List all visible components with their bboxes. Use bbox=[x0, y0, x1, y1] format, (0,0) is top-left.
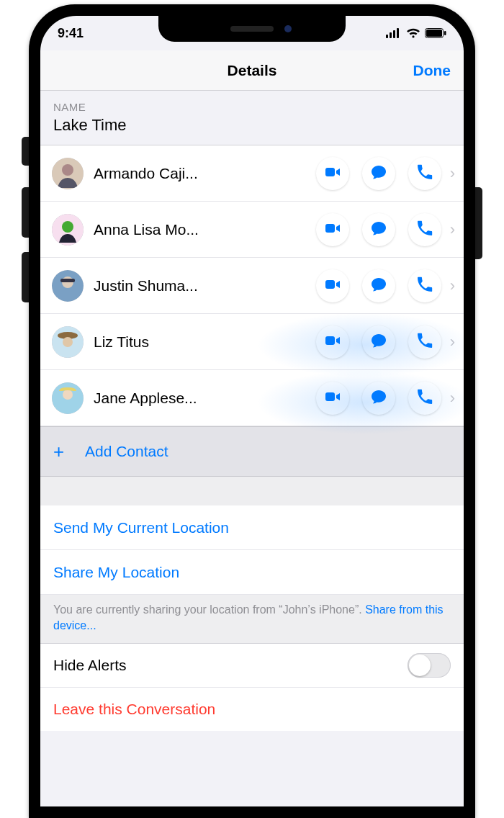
contact-row[interactable]: Armando Caji... › bbox=[40, 145, 464, 202]
contact-name: Anna Lisa Mo... bbox=[94, 221, 230, 238]
hide-alerts-row: Hide Alerts bbox=[40, 643, 464, 688]
contact-list: Armando Caji... › Anna Lisa Mo... bbox=[40, 145, 464, 426]
message-button[interactable] bbox=[362, 325, 395, 359]
add-contact-label: Add Contact bbox=[85, 443, 168, 460]
contact-row[interactable]: Jane Applese... › bbox=[40, 370, 464, 426]
phone-call-button[interactable] bbox=[408, 325, 441, 359]
video-icon bbox=[324, 332, 341, 352]
video-icon bbox=[324, 276, 341, 296]
battery-icon bbox=[425, 28, 446, 38]
contact-name: Armando Caji... bbox=[94, 165, 230, 182]
footnote-text: You are currently sharing your location … bbox=[53, 603, 365, 616]
phone-call-button[interactable] bbox=[408, 382, 441, 415]
leave-conversation-button[interactable]: Leave this Conversation bbox=[40, 688, 464, 731]
cellular-signal-icon bbox=[386, 28, 402, 38]
phone-call-button[interactable] bbox=[408, 269, 441, 302]
svg-rect-15 bbox=[60, 279, 75, 282]
video-call-button[interactable] bbox=[316, 382, 349, 415]
avatar bbox=[52, 270, 84, 302]
contact-name: Jane Applese... bbox=[94, 390, 230, 407]
svg-rect-16 bbox=[325, 280, 335, 289]
message-button[interactable] bbox=[362, 157, 395, 190]
contact-name: Justin Shuma... bbox=[94, 277, 230, 295]
svg-rect-0 bbox=[386, 35, 388, 38]
device-frame: 9:41 Details Done NAME Lake Time bbox=[29, 4, 475, 818]
wifi-icon bbox=[406, 28, 420, 38]
hide-alerts-toggle[interactable] bbox=[408, 653, 451, 678]
video-call-button[interactable] bbox=[316, 269, 349, 302]
chevron-right-icon: › bbox=[450, 164, 455, 183]
device-volume-down bbox=[22, 252, 29, 302]
avatar bbox=[52, 382, 84, 414]
phone-icon bbox=[416, 332, 433, 352]
contact-name: Liz Titus bbox=[94, 333, 230, 351]
svg-point-11 bbox=[62, 221, 73, 233]
avatar bbox=[52, 214, 84, 246]
hide-alerts-label: Hide Alerts bbox=[53, 657, 127, 674]
group-name-value[interactable]: Lake Time bbox=[40, 116, 464, 145]
status-time: 9:41 bbox=[58, 26, 84, 41]
location-footnote: You are currently sharing your location … bbox=[40, 595, 464, 643]
screen: 9:41 Details Done NAME Lake Time bbox=[40, 16, 464, 806]
nav-bar: Details Done bbox=[40, 50, 464, 91]
message-icon bbox=[370, 163, 387, 184]
chevron-right-icon: › bbox=[450, 389, 455, 408]
phone-icon bbox=[416, 220, 433, 240]
video-call-button[interactable] bbox=[316, 157, 349, 190]
chevron-right-icon: › bbox=[450, 220, 455, 239]
svg-rect-1 bbox=[390, 32, 392, 38]
nav-title: Details bbox=[228, 62, 277, 79]
toggle-knob bbox=[409, 655, 431, 676]
phone-icon bbox=[416, 163, 433, 184]
done-button[interactable]: Done bbox=[413, 62, 451, 79]
phone-call-button[interactable] bbox=[408, 157, 441, 190]
section-gap bbox=[40, 477, 464, 505]
share-location-button[interactable]: Share My Location bbox=[40, 550, 464, 595]
device-power-button bbox=[475, 187, 482, 259]
phone-icon bbox=[416, 388, 433, 408]
svg-rect-20 bbox=[325, 336, 335, 345]
avatar bbox=[52, 326, 84, 358]
svg-rect-9 bbox=[325, 168, 335, 176]
video-call-button[interactable] bbox=[316, 213, 349, 246]
message-icon bbox=[370, 220, 387, 240]
phone-call-button[interactable] bbox=[408, 213, 441, 246]
contact-row[interactable]: Liz Titus › bbox=[40, 314, 464, 370]
device-volume-up bbox=[22, 187, 29, 238]
avatar bbox=[52, 158, 84, 189]
video-icon bbox=[324, 388, 341, 408]
message-icon bbox=[370, 388, 387, 408]
contact-row[interactable]: Justin Shuma... › bbox=[40, 258, 464, 314]
contact-row[interactable]: Anna Lisa Mo... › bbox=[40, 202, 464, 258]
svg-rect-2 bbox=[393, 30, 395, 38]
message-icon bbox=[370, 276, 387, 296]
svg-rect-6 bbox=[444, 31, 446, 35]
device-notch bbox=[158, 16, 346, 42]
message-button[interactable] bbox=[362, 213, 395, 246]
device-mute-switch bbox=[22, 137, 29, 166]
svg-point-22 bbox=[63, 390, 73, 400]
message-button[interactable] bbox=[362, 269, 395, 302]
chevron-right-icon: › bbox=[450, 277, 455, 295]
send-location-button[interactable]: Send My Current Location bbox=[40, 505, 464, 550]
video-icon bbox=[324, 220, 341, 240]
svg-point-19 bbox=[63, 337, 73, 347]
plus-icon: + bbox=[53, 441, 73, 463]
phone-icon bbox=[416, 276, 433, 296]
message-button[interactable] bbox=[362, 382, 395, 415]
name-section-header: NAME bbox=[40, 91, 464, 116]
svg-point-8 bbox=[62, 164, 73, 176]
video-icon bbox=[324, 163, 341, 184]
svg-rect-5 bbox=[426, 30, 442, 37]
chevron-right-icon: › bbox=[450, 333, 455, 351]
svg-rect-12 bbox=[325, 224, 335, 233]
svg-rect-23 bbox=[325, 392, 335, 401]
svg-rect-3 bbox=[397, 28, 399, 38]
video-call-button[interactable] bbox=[316, 325, 349, 359]
message-icon bbox=[370, 332, 387, 352]
add-contact-button[interactable]: + Add Contact bbox=[40, 426, 464, 477]
